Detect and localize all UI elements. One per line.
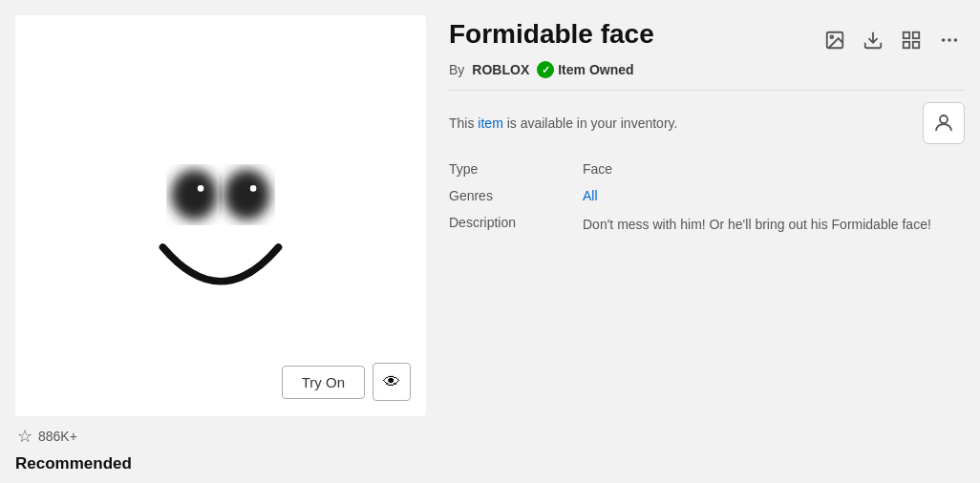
main-content: Try On 👁 ☆ 886K+ Recommended Formidable … <box>15 15 965 473</box>
type-label: Type <box>449 161 583 177</box>
genres-label: Genres <box>449 188 583 203</box>
availability-row: This item is available in your inventory… <box>449 102 965 144</box>
try-on-button[interactable]: Try On <box>282 366 365 399</box>
item-preview: Try On 👁 <box>15 15 426 416</box>
item-meta: By ROBLOX ✓ Item Owned <box>449 61 965 78</box>
recommended-heading: Recommended <box>15 454 426 473</box>
owned-check-icon: ✓ <box>537 61 554 78</box>
details-table: Type Face Genres All Description Don't m… <box>449 161 965 235</box>
grid-icon <box>901 30 922 51</box>
genres-value: All <box>583 188 965 203</box>
more-options-button[interactable] <box>934 25 965 55</box>
header-actions <box>820 25 965 55</box>
svg-point-1 <box>830 35 833 38</box>
left-panel: Try On 👁 ☆ 886K+ Recommended <box>15 15 426 473</box>
svg-point-9 <box>954 38 958 42</box>
item-stats: ☆ 886K+ <box>15 426 426 447</box>
availability-suffix: is available in your inventory. <box>503 116 678 131</box>
divider <box>449 90 965 91</box>
download-icon <box>863 30 884 51</box>
description-value: Don't mess with him! Or he'll bring out … <box>583 215 965 235</box>
owned-label: Item Owned <box>558 62 633 77</box>
favorites-count: 886K+ <box>38 429 77 444</box>
image-icon <box>824 30 845 51</box>
download-icon-button[interactable] <box>858 25 888 55</box>
eye-icon: 👁 <box>383 372 400 392</box>
svg-rect-6 <box>913 42 919 48</box>
availability-text: This item is available in your inventory… <box>449 116 677 131</box>
svg-point-7 <box>942 38 946 42</box>
right-eye <box>224 170 269 220</box>
mouth <box>163 247 279 282</box>
right-panel: Formidable face <box>449 15 965 473</box>
description-label: Description <box>449 215 583 235</box>
left-eye-glint <box>198 185 204 192</box>
item-header: Formidable face <box>449 19 965 55</box>
owned-badge: ✓ Item Owned <box>537 61 633 78</box>
by-label: By <box>449 62 464 77</box>
grid-icon-button[interactable] <box>896 25 927 55</box>
avatar-icon <box>932 112 955 135</box>
right-eye-glint <box>250 185 257 192</box>
face-image <box>116 111 326 321</box>
svg-point-8 <box>948 38 951 42</box>
left-eye <box>171 170 217 220</box>
page-container: Try On 👁 ☆ 886K+ Recommended Formidable … <box>0 0 980 483</box>
svg-rect-4 <box>913 32 919 38</box>
image-icon-button[interactable] <box>820 25 850 55</box>
svg-rect-3 <box>904 32 909 38</box>
star-icon[interactable]: ☆ <box>17 426 32 447</box>
type-value: Face <box>583 161 965 177</box>
creator-name[interactable]: ROBLOX <box>472 62 529 77</box>
preview-actions: Try On 👁 <box>282 363 411 401</box>
avatar-button[interactable] <box>923 102 965 144</box>
item-title: Formidable face <box>449 19 654 50</box>
availability-highlight: item <box>478 116 502 131</box>
preview-eye-button[interactable]: 👁 <box>373 363 411 401</box>
availability-prefix: This <box>449 116 478 131</box>
more-dots-icon <box>939 30 960 51</box>
svg-rect-5 <box>904 42 909 48</box>
svg-point-10 <box>940 116 948 123</box>
